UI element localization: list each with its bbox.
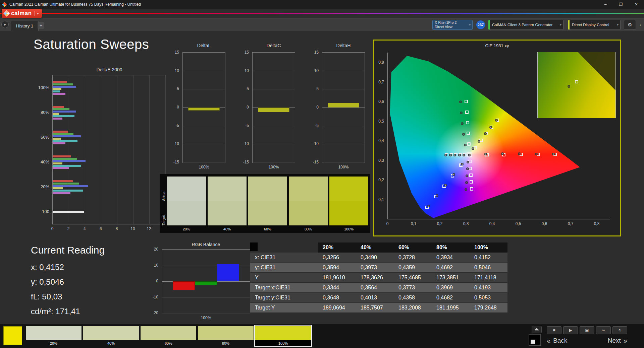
y-axis: 151050-5-10-15 [309,52,321,163]
axis-tick-label: 100 [42,209,49,214]
table-cell: 0,3973 [356,263,394,273]
axis-tick-label: 12 [147,226,151,231]
delta-e-bar [53,93,65,95]
delta-h-chart[interactable]: DeltaH 151050-5-10-15 100% [309,43,368,178]
saturation-swatch-40%[interactable]: 40% [83,326,139,346]
measurement-point [461,122,464,125]
table-row-label: Target Y [250,303,318,313]
back-chevron-icon[interactable]: « [547,337,550,345]
gridline [322,144,365,144]
calman-menu-button[interactable]: calman ▾ [2,9,42,18]
delta-e-bar [53,183,79,185]
measurement-point [552,153,555,155]
measurement-point [452,173,455,176]
actual-swatch [167,177,206,201]
display-control-dropdown[interactable]: Direct Display Control ▾ [568,20,621,30]
history-nav-button[interactable]: ▶ [1,21,9,28]
delta-l-chart[interactable]: DeltaL 151050-5-10-15 100% [169,43,228,178]
settings-button[interactable]: ⚙ [624,20,636,30]
axis-tick-label: 0 [386,221,389,226]
table-cell: 0,4152 [470,253,507,263]
target-swatch [248,201,287,225]
actual-swatch [208,177,247,201]
gear-icon: ⚙ [628,22,632,28]
bar [328,103,359,108]
maximize-button[interactable]: ❐ [613,0,629,9]
close-button[interactable]: ✕ [629,0,644,9]
pattern-generator-dropdown[interactable]: CalMAN Client 3 Pattern Generator ▾ [488,20,564,30]
reading-cdm2: cd/m²: 171,41 [31,304,105,319]
save-button[interactable]: ▣ [580,326,594,334]
measurement-point [489,126,492,129]
meter-dropdown[interactable]: X-Rite i1Pro 2 Direct View ▾ [432,20,473,30]
measurement-point [535,153,538,155]
link-button[interactable]: ∞ [596,326,611,334]
measurement-table: 20%40%60%80%100%x: CIE310,32560,34900,37… [250,242,507,313]
gridline [322,126,365,126]
axis-tick-label: -10 [153,295,158,299]
stop-button[interactable]: ■ [547,326,561,334]
saturation-swatch-100%[interactable]: 100% [255,326,311,346]
axis-tick-label: -5 [315,123,319,128]
refresh-button[interactable]: ↻ [612,326,627,334]
delta-e-bar [53,162,62,164]
axis-tick-label: 10 [314,68,319,73]
gridline [253,71,295,71]
gridline [183,71,225,71]
axis-tick-label: -5 [175,123,179,128]
table-cell: 0,3934 [432,253,470,263]
toolbar-overflow-button[interactable]: › [637,20,643,30]
swatch-color [25,326,82,340]
saturation-swatch-60%[interactable]: 60% [140,326,197,346]
axis-tick-label: 0,2 [437,221,443,226]
table-cell: 0,4358 [394,293,432,303]
gridline [253,126,295,126]
gridline [149,75,150,224]
delta-c-chart[interactable]: DeltaC 151050-5-10-15 100% [239,43,298,178]
table-cell: 0,3728 [394,253,432,263]
table-cell: 175,4685 [394,273,432,283]
add-tab-button[interactable]: + [38,22,44,29]
gridline [253,162,295,163]
table-cell: 189,0694 [318,303,356,313]
delta-e-bar [53,138,61,140]
play-button[interactable]: ▶ [563,326,578,334]
axis-tick-label: 2 [67,226,70,231]
table-cell: 185,7507 [356,303,394,313]
table-header-cell: 80% [432,242,470,253]
swatch-label: 60% [248,225,287,233]
measurement-point [466,167,469,170]
gridline [162,313,250,314]
next-chevron-icon[interactable]: » [624,337,627,345]
collapse-bar-button[interactable] [532,326,542,333]
minimize-button[interactable]: – [598,0,613,9]
back-button[interactable]: Back [553,337,567,344]
rgb-balance-chart[interactable]: RGB Balance 20100-10-20 100% [141,242,257,322]
target-point [465,100,468,103]
axis-tick-label: 0,6 [378,99,384,104]
chart-title: DeltaE 2000 [52,67,166,72]
tab-history-1[interactable]: History 1 [11,21,39,31]
actual-swatch [289,177,328,201]
axis-tick-label: 15 [314,50,319,55]
meter-status-badge[interactable]: 237 [476,20,485,29]
reading-y: y: 0,5046 [31,275,105,289]
gridline [253,89,295,89]
pattern-window-button[interactable] [529,334,541,346]
saturation-swatch-80%[interactable]: 80% [198,326,254,346]
swatch-row-labels: Actual Target [160,177,167,225]
pattern-generator-label: CalMAN Client 3 Pattern Generator [492,23,552,27]
measurement-point [478,140,480,143]
plot-area [252,52,295,163]
y-axis: 100%80%60%40%20%100 [38,75,51,224]
chart-title: DeltaL [182,43,225,48]
delta-e-bar [53,211,84,213]
saturation-swatch-20%[interactable]: 20% [25,326,82,346]
axis-tick-label: 0,7 [568,221,574,226]
delta-e-2000-chart[interactable]: DeltaE 2000 100%80%60%40%20%100 02468101… [38,67,163,237]
axis-tick-label: 80% [41,110,49,115]
next-button[interactable]: Next [608,337,621,344]
bar [188,108,219,111]
chart-title: DeltaH [322,43,365,48]
cie-1931-panel[interactable]: CIE 1931 xy 0,10,20,30,40,50,60,70,8 00,… [373,40,621,236]
